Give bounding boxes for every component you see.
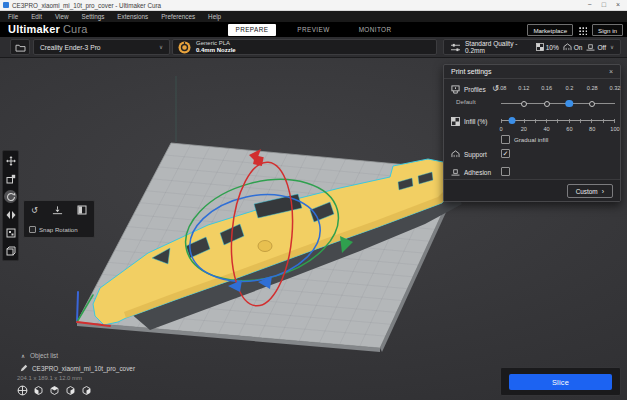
profile-tick-labels: 0.08 0.12 0.16 0.2 0.28 0.32 [501,85,615,92]
snap-rotation-row: ✓ Snap Rotation [29,226,78,233]
apps-grid-icon[interactable] [578,26,587,35]
action-panel: Slice [500,367,621,396]
support-row: Support [451,150,487,158]
brand-name: Ultimaker [8,23,60,35]
tool-panel [2,150,19,261]
snap-rotation-checkbox[interactable]: ✓ [29,226,36,233]
profile-tick: 0.28 [587,85,598,91]
infill-summary: 10% [536,43,559,51]
profile-stop-selected[interactable] [566,100,574,108]
maximize-button[interactable]: □ [602,0,606,10]
object-list-item[interactable]: CE3PRO_xiaomi_mi_10t_pro_cover [20,364,135,372]
material-selector[interactable]: Generic PLA 0.4mm Nozzle [172,39,437,55]
menu-item-settings[interactable]: Settings [82,13,105,20]
snap-rotation-label: Snap Rotation [39,226,78,233]
profile-tick: 0.32 [610,85,621,91]
gradual-infill-checkbox[interactable]: ✓ [501,135,510,144]
stage-tabs: PREPARE PREVIEW MONITOR [227,22,399,37]
infill-row: Infill (%) [451,117,487,126]
menu-bar: File Edit View Settings Extensions Prefe… [0,11,627,22]
support-row-icon [451,150,460,158]
view-3d-button[interactable] [16,384,28,396]
support-blocker-icon [6,246,16,256]
profile-summary: Standard Quality - 0.2mm [465,40,532,54]
material-name: Generic PLA [196,40,236,47]
printer-selector[interactable]: Creality Ender-3 Pro ∨ [33,39,170,55]
support-blocker-button[interactable] [4,244,17,257]
profile-stop[interactable] [589,101,595,107]
move-tool-button[interactable] [4,154,17,167]
tab-preview[interactable]: PREVIEW [289,24,337,36]
object-list-label: Object list [30,352,58,359]
menu-item-extensions[interactable]: Extensions [117,13,148,20]
profiles-label: Profiles [464,86,486,93]
print-settings-summary[interactable]: Standard Quality - 0.2mm 10% On Off ∨ [443,39,621,55]
open-file-button[interactable] [10,39,30,55]
infill-tick: 40 [543,126,549,132]
mirror-tool-button[interactable] [4,208,17,221]
profile-slider[interactable] [501,99,615,108]
rotate-tool-button[interactable] [4,190,17,203]
print-settings-title: Print settings [451,68,491,75]
adhesion-row: Adhesion [451,168,491,176]
infill-slider-track [501,120,615,121]
z-axis [77,292,78,322]
view-left-button[interactable] [64,384,76,396]
adhesion-row-icon [451,168,460,176]
object-list-header[interactable]: ∧ Object list [21,352,58,359]
support-summary: On [563,43,583,51]
window-titlebar: CE3PRO_xiaomi_mi_10t_pro_cover - Ultimak… [0,0,627,11]
menu-item-help[interactable]: Help [208,13,221,20]
printer-profile-icon [451,85,460,94]
menu-item-preferences[interactable]: Preferences [161,13,195,20]
profile-stop[interactable] [521,101,527,107]
mirror-icon [6,210,16,220]
menu-item-edit[interactable]: Edit [31,13,42,20]
scale-tool-button[interactable] [4,172,17,185]
support-icon [563,43,572,51]
profile-tick: 0.08 [496,85,507,91]
rotate-icon [6,192,16,202]
close-panel-button[interactable]: × [609,68,613,75]
adhesion-label: Adhesion [464,169,491,176]
view-front-button[interactable] [32,384,44,396]
profile-tick: 0.16 [541,85,552,91]
object-dimensions: 204.1 x 189.1 x 12.0 mm [17,375,82,381]
sign-in-button[interactable]: Sign in [592,24,623,36]
chevron-right-icon: › [602,188,604,195]
rotate-tool-panel: ↺ ✓ Snap Rotation [23,200,95,238]
adhesion-checkbox[interactable]: ✓ [501,167,510,176]
lay-flat-button[interactable] [52,205,63,215]
per-model-settings-button[interactable] [4,226,17,239]
align-face-button[interactable] [77,205,87,215]
custom-settings-button[interactable]: Custom › [567,184,613,198]
infill-slider[interactable] [501,116,615,125]
custom-label: Custom [576,188,598,195]
close-button[interactable]: × [616,0,620,10]
window-title: CE3PRO_xiaomi_mi_10t_pro_cover - Ultimak… [12,2,161,9]
brand-logo: UltimakerCura [8,23,88,35]
marketplace-button[interactable]: Marketplace [527,24,573,36]
menu-item-view[interactable]: View [55,13,69,20]
print-settings-footer: Custom › [444,179,620,201]
reset-rotation-button[interactable]: ↺ [31,206,38,215]
tab-prepare[interactable]: PREPARE [227,24,276,36]
view-top-button[interactable] [48,384,60,396]
minimize-button[interactable]: − [588,0,592,10]
menu-item-file[interactable]: File [8,13,18,20]
support-checkbox[interactable]: ✓ [501,149,510,158]
profile-stop[interactable] [544,101,550,107]
move-icon [6,156,16,166]
tab-monitor[interactable]: MONITOR [351,24,400,36]
slice-button[interactable]: Slice [509,374,612,390]
profile-tick: 0.12 [518,85,529,91]
infill-tick: 60 [566,126,572,132]
product-name: Cura [63,23,88,35]
app-header: UltimakerCura PREPARE PREVIEW MONITOR Ma… [0,22,627,37]
adhesion-summary: Off [586,43,606,51]
infill-slider-handle[interactable] [509,117,516,124]
infill-tick-labels: 0 20 40 60 80 100 [501,126,615,133]
configuration-bar: Creality Ender-3 Pro ∨ Generic PLA 0.4mm… [0,37,627,58]
header-right-group: Marketplace Sign in [527,24,623,36]
view-right-button[interactable] [80,384,92,396]
